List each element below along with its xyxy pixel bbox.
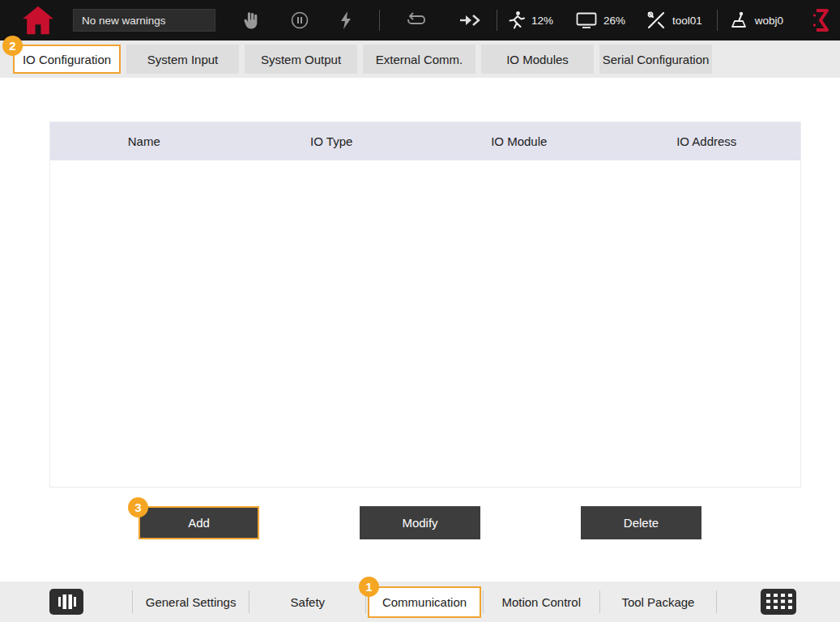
add-button-wrap: 3 Add <box>139 506 259 539</box>
tab-serial-configuration[interactable]: Serial Configuration <box>599 45 712 74</box>
io-table-body[interactable] <box>50 160 800 487</box>
tool-value: tool01 <box>672 15 702 27</box>
bottom-nav-bar: General Settings Safety 1 Communication … <box>0 582 840 622</box>
nav-tool-package[interactable]: Tool Package <box>600 595 716 609</box>
modify-button[interactable]: Modify <box>360 506 480 539</box>
io-table: Name IO Type IO Module IO Address <box>49 121 801 488</box>
topbar-separator <box>497 10 497 31</box>
pause-icon[interactable] <box>290 11 309 30</box>
tab-label: System Input <box>147 53 219 66</box>
nav-communication-box[interactable]: 1 Communication <box>368 586 481 618</box>
nav-label: Safety <box>291 595 326 609</box>
nav-communication[interactable]: 1 Communication <box>366 586 482 618</box>
tab-label: IO Modules <box>506 53 569 66</box>
step-badge-2: 2 <box>2 36 23 56</box>
nav-label: Tool Package <box>621 595 694 609</box>
pendant-screen: No new warnings <box>0 0 840 622</box>
loop-mode-icon[interactable] <box>406 11 427 29</box>
warning-status-box[interactable]: No new warnings <box>73 9 215 32</box>
home-icon[interactable] <box>21 5 55 36</box>
tab-label: Serial Configuration <box>603 53 710 66</box>
column-header-name: Name <box>50 122 238 160</box>
program-list-icon[interactable] <box>0 588 132 616</box>
monitor-icon[interactable] <box>576 11 597 29</box>
column-header-io-module: IO Module <box>425 122 613 160</box>
topbar-separator <box>379 10 380 31</box>
nav-label: Communication <box>382 595 467 609</box>
tab-io-modules[interactable]: IO Modules <box>481 45 594 74</box>
tab-label: IO Configuration <box>23 53 111 66</box>
speed-icon[interactable] <box>507 11 525 30</box>
brand-logo-icon <box>811 6 832 34</box>
wobj-value: wobj0 <box>755 15 783 27</box>
step-badge-3: 3 <box>128 497 148 518</box>
tab-label: External Comm. <box>376 53 463 66</box>
power-icon[interactable] <box>339 11 355 30</box>
nav-label: Motion Control <box>501 595 581 609</box>
delete-button-wrap: Delete <box>581 506 701 539</box>
tab-system-output[interactable]: System Output <box>245 45 357 74</box>
add-button[interactable]: Add <box>139 506 259 539</box>
io-tab-strip: IO Configuration System Input System Out… <box>0 40 840 78</box>
warning-text: No new warnings <box>82 15 166 27</box>
topbar-separator <box>717 10 718 31</box>
top-status-bar: No new warnings <box>0 0 840 40</box>
speed-value: 12% <box>531 15 553 27</box>
hand-guide-icon[interactable] <box>243 11 259 30</box>
step-badge-1: 1 <box>359 577 379 597</box>
tab-external-comm[interactable]: External Comm. <box>363 45 475 74</box>
modify-button-wrap: Modify <box>360 506 480 539</box>
wobj-icon[interactable] <box>729 11 748 30</box>
column-header-io-address: IO Address <box>613 122 801 160</box>
nav-motion-control[interactable]: Motion Control <box>484 595 599 609</box>
tab-system-input[interactable]: System Input <box>126 45 239 74</box>
keyboard-icon[interactable] <box>717 588 840 616</box>
monitor-value: 26% <box>603 15 625 27</box>
action-button-row: 3 Add Modify Delete <box>0 506 840 539</box>
io-table-header: Name IO Type IO Module IO Address <box>50 122 800 160</box>
tools-icon[interactable] <box>646 11 666 30</box>
tab-label: System Output <box>261 53 341 66</box>
column-header-io-type: IO Type <box>238 122 426 160</box>
nav-label: General Settings <box>146 595 237 609</box>
tab-io-configuration[interactable]: IO Configuration <box>13 45 121 74</box>
step-forward-icon[interactable] <box>459 12 484 28</box>
nav-general-settings[interactable]: General Settings <box>133 595 249 609</box>
delete-button[interactable]: Delete <box>581 506 701 539</box>
nav-safety[interactable]: Safety <box>249 595 365 609</box>
